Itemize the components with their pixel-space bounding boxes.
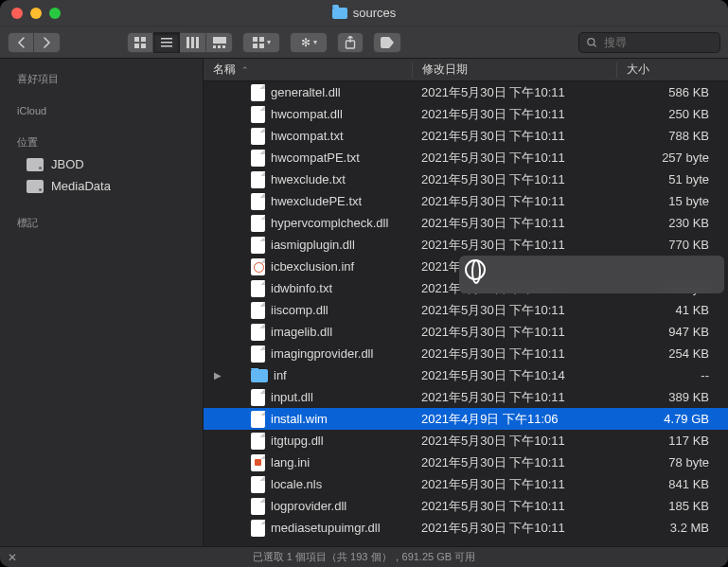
file-icon xyxy=(251,324,265,341)
file-row[interactable]: iasmigplugin.dll2021年5月30日 下午10:11770 KB xyxy=(204,234,728,256)
file-date-cell: 2021年5月30日 下午10:11 xyxy=(412,150,615,167)
view-list-button[interactable] xyxy=(153,32,180,53)
toolbar: ▾ ✻▾ xyxy=(0,27,728,59)
titlebar: sources xyxy=(0,0,728,27)
search-input[interactable] xyxy=(602,35,712,50)
file-row[interactable]: itgtupg.dll2021年5月30日 下午10:11117 KB xyxy=(204,430,728,452)
sidebar-item-mediadata[interactable]: MediaData xyxy=(0,175,203,197)
file-size-cell: 257 byte xyxy=(615,151,728,165)
sidebar-item-jbod[interactable]: JBOD xyxy=(0,153,203,175)
svg-rect-6 xyxy=(161,45,172,47)
file-row[interactable]: hwcompatPE.txt2021年5月30日 下午10:11257 byte xyxy=(204,147,728,168)
forward-button[interactable] xyxy=(34,32,61,53)
file-row[interactable]: mediasetupuimgr.dll2021年5月30日 下午10:113.2… xyxy=(204,517,728,539)
file-icon xyxy=(251,237,265,254)
file-name-cell: lang.ini xyxy=(204,454,412,471)
file-row[interactable]: icbexclusion.inf2021年 xyxy=(204,256,728,277)
search-icon xyxy=(587,37,596,48)
svg-rect-1 xyxy=(141,37,146,42)
file-size-cell: 51 byte xyxy=(615,172,728,186)
file-name-cell: hwcompat.txt xyxy=(204,128,412,145)
column-header-name-label: 名稱 xyxy=(213,62,236,78)
back-button[interactable] xyxy=(8,32,34,53)
view-gallery-button[interactable] xyxy=(206,32,233,53)
arrange-button[interactable]: ▾ xyxy=(242,32,280,53)
file-name-label: hwcompat.txt xyxy=(271,129,344,143)
file-size-cell: 41 KB xyxy=(615,303,728,317)
file-row[interactable]: hypervcomplcheck.dll2021年5月30日 下午10:1123… xyxy=(204,212,728,234)
svg-rect-17 xyxy=(259,44,264,48)
view-icons-button[interactable] xyxy=(127,32,153,53)
column-header-date[interactable]: 修改日期 xyxy=(413,62,616,78)
file-icon xyxy=(251,389,265,406)
file-name-cell: idwbinfo.txt xyxy=(204,280,412,297)
file-name-label: generaltel.dll xyxy=(271,85,341,99)
file-size-cell: 389 KB xyxy=(615,390,728,404)
file-size-cell: 15 byte xyxy=(615,194,728,208)
file-size-cell: 841 KB xyxy=(615,477,728,491)
file-date-cell: 2021年5月30日 下午10:11 xyxy=(412,215,615,232)
sort-ascending-icon: ⌃ xyxy=(241,65,249,75)
svg-point-19 xyxy=(588,38,595,44)
file-row[interactable]: generaltel.dll2021年5月30日 下午10:11586 KB xyxy=(204,81,728,103)
file-name-cell: locale.nls xyxy=(204,476,412,493)
file-row[interactable]: idwbinfo.txt2021年5月30日 下午10:11122 byte xyxy=(204,277,728,299)
svg-rect-13 xyxy=(222,45,225,48)
svg-rect-8 xyxy=(191,37,194,48)
view-columns-button[interactable] xyxy=(180,32,206,53)
file-row[interactable]: ▶inf2021年5月30日 下午10:14-- xyxy=(204,364,728,386)
svg-rect-2 xyxy=(134,44,139,48)
tag-button[interactable] xyxy=(373,32,401,53)
file-row[interactable]: hwexcludePE.txt2021年5月30日 下午10:1115 byte xyxy=(204,190,728,212)
file-date-cell: 2021年5月30日 下午10:11 xyxy=(412,476,615,493)
column-header-name[interactable]: 名稱 ⌃ xyxy=(204,62,412,78)
file-size-cell: 947 KB xyxy=(615,325,728,339)
file-icon xyxy=(251,171,265,188)
file-date-cell: 2021年5月30日 下午10:14 xyxy=(412,367,615,384)
action-button[interactable]: ✻▾ xyxy=(290,32,328,53)
file-date-cell: 2021年5月30日 下午10:11 xyxy=(412,346,615,363)
file-row[interactable]: install.wim2021年4月9日 下午11:064.79 GB xyxy=(204,408,728,430)
file-icon xyxy=(251,520,265,537)
file-date-cell: 2021年5月30日 下午10:11 xyxy=(412,389,615,406)
file-name-cell: hwexclude.txt xyxy=(204,171,412,188)
file-size-cell: -- xyxy=(615,368,728,382)
column-header-size[interactable]: 大小 xyxy=(617,62,728,78)
file-name-cell: imagelib.dll xyxy=(204,324,412,341)
file-icon xyxy=(251,193,265,210)
sidebar-item-label: JBOD xyxy=(51,157,84,171)
file-name-label: install.wim xyxy=(271,412,328,426)
share-button[interactable] xyxy=(337,32,364,53)
file-name-label: idwbinfo.txt xyxy=(271,281,332,295)
svg-rect-16 xyxy=(253,44,257,48)
svg-rect-4 xyxy=(161,38,172,40)
file-size-cell: 185 KB xyxy=(615,499,728,513)
file-row[interactable]: hwexclude.txt2021年5月30日 下午10:1151 byte xyxy=(204,168,728,190)
file-row[interactable]: locale.nls2021年5月30日 下午10:11841 KB xyxy=(204,473,728,495)
disclosure-triangle-icon[interactable]: ▶ xyxy=(213,371,222,381)
file-icon xyxy=(251,498,265,515)
file-row[interactable]: input.dll2021年5月30日 下午10:11389 KB xyxy=(204,386,728,408)
file-rows[interactable]: generaltel.dll2021年5月30日 下午10:11586 KBhw… xyxy=(204,81,728,546)
path-bar-close-icon[interactable]: ✕ xyxy=(8,551,17,564)
file-icon xyxy=(251,84,265,101)
sidebar-heading-favorites: 喜好項目 xyxy=(0,66,203,90)
file-size-cell: 78 byte xyxy=(615,455,728,470)
file-row[interactable]: hwcompat.dll2021年5月30日 下午10:11250 KB xyxy=(204,103,728,125)
file-name-label: iiscomp.dll xyxy=(271,303,328,317)
file-name-cell: mediasetupuimgr.dll xyxy=(204,520,412,537)
file-name-cell: ▶inf xyxy=(204,368,412,382)
window-title: sources xyxy=(353,6,397,20)
file-row[interactable]: imagingprovider.dll2021年5月30日 下午10:11254… xyxy=(204,343,728,364)
svg-rect-3 xyxy=(141,44,146,48)
file-date-cell: 2021年5月30日 下午10:11 xyxy=(412,520,615,537)
file-row[interactable]: logprovider.dll2021年5月30日 下午10:11185 KB xyxy=(204,495,728,517)
file-row[interactable]: lang.ini2021年5月30日 下午10:1178 byte xyxy=(204,452,728,473)
file-row[interactable]: hwcompat.txt2021年5月30日 下午10:11788 KB xyxy=(204,125,728,147)
file-date-cell: 2021年5月30日 下午10:11 xyxy=(412,280,615,297)
search-field[interactable] xyxy=(578,32,720,53)
file-name-label: hwcompat.dll xyxy=(271,107,343,121)
file-row[interactable]: imagelib.dll2021年5月30日 下午10:11947 KB xyxy=(204,321,728,343)
file-name-label: hwexcludePE.txt xyxy=(271,194,362,208)
file-row[interactable]: iiscomp.dll2021年5月30日 下午10:1141 KB xyxy=(204,299,728,321)
